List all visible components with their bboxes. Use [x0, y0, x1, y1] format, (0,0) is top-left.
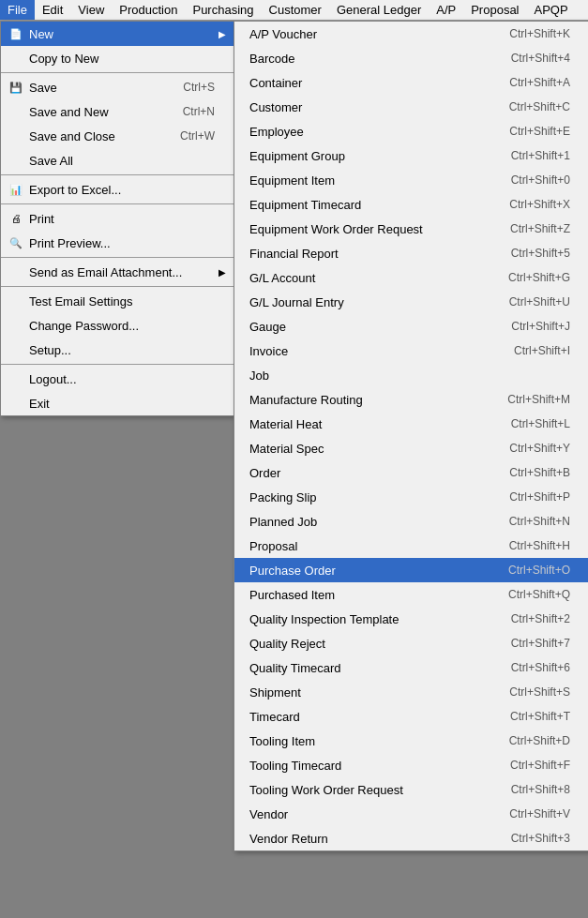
new-submenu-item-6[interactable]: Equipment ItemCtrl+Shift+0 — [234, 168, 588, 192]
new-submenu-item-1[interactable]: BarcodeCtrl+Shift+4 — [234, 46, 588, 70]
new-submenu-item-26[interactable]: Quality TimecardCtrl+Shift+6 — [234, 655, 588, 680]
new-submenu-item-7[interactable]: Equipment TimecardCtrl+Shift+X — [234, 192, 588, 217]
new-submenu-item-18[interactable]: OrderCtrl+Shift+B — [234, 460, 588, 485]
save-icon: 💾 — [8, 80, 23, 95]
file-menu-save-and-close[interactable]: Save and Close Ctrl+W — [1, 124, 234, 148]
menu-file[interactable]: File — [0, 0, 35, 20]
new-submenu-item-23[interactable]: Purchased ItemCtrl+Shift+Q — [234, 582, 588, 607]
new-submenu-item-28[interactable]: TimecardCtrl+Shift+T — [234, 704, 588, 729]
new-submenu-item-32[interactable]: VendorCtrl+Shift+V — [234, 802, 588, 826]
menu-purchasing[interactable]: Purchasing — [185, 0, 261, 20]
file-menu-copy-to-new[interactable]: Copy to New — [1, 46, 234, 70]
file-menu-send-email[interactable]: Send as Email Attachment... — [1, 260, 234, 284]
new-submenu-item-33[interactable]: Vendor ReturnCtrl+Shift+3 — [234, 826, 588, 850]
menu-proposal[interactable]: Proposal — [463, 0, 526, 20]
new-submenu-item-24[interactable]: Quality Inspection TemplateCtrl+Shift+2 — [234, 607, 588, 631]
separator-1 — [1, 72, 234, 73]
new-submenu-item-16[interactable]: Material HeatCtrl+Shift+L — [234, 412, 588, 436]
new-submenu-item-29[interactable]: Tooling ItemCtrl+Shift+D — [234, 729, 588, 753]
file-menu-save-all[interactable]: Save All — [1, 148, 234, 173]
file-menu-setup[interactable]: Setup... — [1, 338, 234, 362]
new-submenu-item-27[interactable]: ShipmentCtrl+Shift+S — [234, 680, 588, 704]
separator-5 — [1, 286, 234, 287]
file-dropdown: 📄 New Copy to New 💾 Save Ctrl+S Save and… — [0, 21, 234, 416]
new-submenu-item-14[interactable]: Job — [234, 363, 588, 387]
file-menu-exit[interactable]: Exit — [1, 391, 234, 415]
print-icon: 🖨 — [8, 211, 23, 226]
new-submenu: A/P VoucherCtrl+Shift+KBarcodeCtrl+Shift… — [234, 21, 588, 851]
separator-2 — [1, 174, 234, 175]
file-menu-save-and-new[interactable]: Save and New Ctrl+N — [1, 99, 234, 124]
preview-icon: 🔍 — [8, 235, 23, 250]
new-submenu-item-8[interactable]: Equipment Work Order RequestCtrl+Shift+Z — [234, 217, 588, 241]
menu-general-ledger[interactable]: General Ledger — [329, 0, 429, 20]
new-submenu-item-4[interactable]: EmployeeCtrl+Shift+E — [234, 119, 588, 143]
excel-icon: 📊 — [8, 182, 23, 197]
new-submenu-item-0[interactable]: A/P VoucherCtrl+Shift+K — [234, 22, 588, 46]
new-submenu-item-31[interactable]: Tooling Work Order RequestCtrl+Shift+8 — [234, 777, 588, 802]
separator-6 — [1, 364, 234, 365]
new-submenu-item-9[interactable]: Financial ReportCtrl+Shift+5 — [234, 241, 588, 265]
file-menu-test-email[interactable]: Test Email Settings — [1, 289, 234, 313]
new-submenu-item-30[interactable]: Tooling TimecardCtrl+Shift+F — [234, 753, 588, 777]
menu-customer[interactable]: Customer — [262, 0, 329, 20]
menu-bar: File Edit View Production Purchasing Cus… — [0, 0, 588, 21]
separator-3 — [1, 203, 234, 204]
new-submenu-item-22[interactable]: Purchase OrderCtrl+Shift+O — [234, 558, 588, 582]
menu-view[interactable]: View — [70, 0, 112, 20]
file-menu-print-preview[interactable]: 🔍 Print Preview... — [1, 231, 234, 255]
new-submenu-item-12[interactable]: GaugeCtrl+Shift+J — [234, 314, 588, 339]
file-menu-save[interactable]: 💾 Save Ctrl+S — [1, 75, 234, 99]
new-submenu-item-11[interactable]: G/L Journal EntryCtrl+Shift+U — [234, 290, 588, 314]
new-submenu-item-3[interactable]: CustomerCtrl+Shift+C — [234, 95, 588, 119]
new-submenu-item-21[interactable]: ProposalCtrl+Shift+H — [234, 534, 588, 558]
new-submenu-item-10[interactable]: G/L AccountCtrl+Shift+G — [234, 265, 588, 290]
new-submenu-item-25[interactable]: Quality RejectCtrl+Shift+7 — [234, 631, 588, 655]
new-submenu-item-20[interactable]: Planned JobCtrl+Shift+N — [234, 509, 588, 534]
new-submenu-item-15[interactable]: Manufacture RoutingCtrl+Shift+M — [234, 387, 588, 412]
menu-edit[interactable]: Edit — [35, 0, 70, 20]
new-submenu-item-2[interactable]: ContainerCtrl+Shift+A — [234, 70, 588, 95]
menu-production[interactable]: Production — [112, 0, 185, 20]
menu-apqp[interactable]: APQP — [527, 0, 576, 20]
new-submenu-item-5[interactable]: Equipment GroupCtrl+Shift+1 — [234, 143, 588, 168]
file-menu-print[interactable]: 🖨 Print — [1, 206, 234, 231]
new-submenu-item-17[interactable]: Material SpecCtrl+Shift+Y — [234, 436, 588, 460]
file-menu-logout[interactable]: Logout... — [1, 367, 234, 391]
file-menu-new[interactable]: 📄 New — [1, 22, 234, 46]
new-submenu-item-13[interactable]: InvoiceCtrl+Shift+I — [234, 339, 588, 363]
file-menu-change-password[interactable]: Change Password... — [1, 313, 234, 338]
new-icon: 📄 — [8, 26, 23, 41]
file-menu-export-excel[interactable]: 📊 Export to Excel... — [1, 177, 234, 202]
menu-ap[interactable]: A/P — [429, 0, 463, 20]
new-submenu-item-19[interactable]: Packing SlipCtrl+Shift+P — [234, 485, 588, 509]
separator-4 — [1, 257, 234, 258]
